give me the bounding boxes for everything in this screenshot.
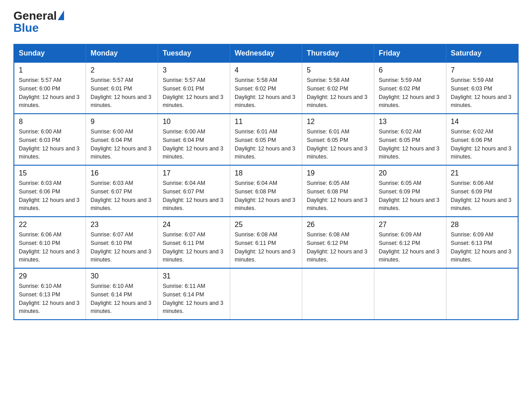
calendar-cell: 24 Sunrise: 6:07 AM Sunset: 6:11 PM Dayl… — [158, 217, 230, 268]
day-number: 3 — [163, 66, 225, 74]
page-header: General Blue — [13, 9, 519, 35]
day-info: Sunrise: 6:08 AM Sunset: 6:12 PM Dayligh… — [307, 231, 369, 264]
day-number: 28 — [451, 221, 513, 229]
col-sunday: Sunday — [14, 44, 86, 62]
calendar-cell — [374, 268, 446, 320]
calendar-cell: 28 Sunrise: 6:09 AM Sunset: 6:13 PM Dayl… — [446, 217, 518, 268]
calendar-header-row: Sunday Monday Tuesday Wednesday Thursday… — [14, 44, 518, 62]
day-info: Sunrise: 6:10 AM Sunset: 6:14 PM Dayligh… — [90, 282, 153, 316]
calendar-cell: 11 Sunrise: 6:01 AM Sunset: 6:05 PM Dayl… — [230, 114, 302, 165]
day-number: 19 — [307, 169, 369, 177]
calendar-cell: 26 Sunrise: 6:08 AM Sunset: 6:12 PM Dayl… — [302, 217, 374, 268]
day-number: 14 — [451, 118, 513, 126]
col-friday: Friday — [374, 44, 446, 62]
day-number: 23 — [90, 221, 153, 229]
day-info: Sunrise: 6:02 AM Sunset: 6:06 PM Dayligh… — [451, 128, 513, 161]
calendar-cell: 8 Sunrise: 6:00 AM Sunset: 6:03 PM Dayli… — [14, 114, 86, 165]
calendar-cell: 23 Sunrise: 6:07 AM Sunset: 6:10 PM Dayl… — [86, 217, 158, 268]
calendar-week-row: 15 Sunrise: 6:03 AM Sunset: 6:06 PM Dayl… — [14, 165, 518, 217]
day-info: Sunrise: 6:04 AM Sunset: 6:07 PM Dayligh… — [163, 179, 225, 213]
calendar-cell: 31 Sunrise: 6:11 AM Sunset: 6:14 PM Dayl… — [158, 268, 230, 320]
day-info: Sunrise: 6:00 AM Sunset: 6:03 PM Dayligh… — [19, 128, 81, 161]
day-number: 4 — [235, 66, 297, 74]
calendar-cell: 2 Sunrise: 5:57 AM Sunset: 6:01 PM Dayli… — [86, 62, 158, 114]
col-thursday: Thursday — [302, 44, 374, 62]
day-info: Sunrise: 6:07 AM Sunset: 6:11 PM Dayligh… — [163, 231, 225, 264]
calendar-cell — [230, 268, 302, 320]
calendar-cell: 21 Sunrise: 6:06 AM Sunset: 6:09 PM Dayl… — [446, 165, 518, 217]
day-number: 5 — [307, 66, 369, 74]
col-tuesday: Tuesday — [158, 44, 230, 62]
calendar-cell — [302, 268, 374, 320]
calendar-cell: 6 Sunrise: 5:59 AM Sunset: 6:02 PM Dayli… — [374, 62, 446, 114]
day-info: Sunrise: 6:09 AM Sunset: 6:13 PM Dayligh… — [451, 231, 513, 264]
day-info: Sunrise: 6:00 AM Sunset: 6:04 PM Dayligh… — [163, 128, 225, 161]
calendar-cell: 15 Sunrise: 6:03 AM Sunset: 6:06 PM Dayl… — [14, 165, 86, 217]
day-info: Sunrise: 6:02 AM Sunset: 6:05 PM Dayligh… — [379, 128, 442, 161]
calendar-cell: 5 Sunrise: 5:58 AM Sunset: 6:02 PM Dayli… — [302, 62, 374, 114]
calendar-week-row: 22 Sunrise: 6:06 AM Sunset: 6:10 PM Dayl… — [14, 217, 518, 268]
calendar-table: Sunday Monday Tuesday Wednesday Thursday… — [13, 44, 519, 320]
calendar-cell: 18 Sunrise: 6:04 AM Sunset: 6:08 PM Dayl… — [230, 165, 302, 217]
day-number: 22 — [19, 221, 81, 229]
day-info: Sunrise: 5:58 AM Sunset: 6:02 PM Dayligh… — [307, 76, 369, 110]
day-number: 16 — [90, 169, 153, 177]
calendar-cell: 3 Sunrise: 5:57 AM Sunset: 6:01 PM Dayli… — [158, 62, 230, 114]
calendar-cell: 16 Sunrise: 6:03 AM Sunset: 6:07 PM Dayl… — [86, 165, 158, 217]
day-info: Sunrise: 6:01 AM Sunset: 6:05 PM Dayligh… — [235, 128, 297, 161]
col-monday: Monday — [86, 44, 158, 62]
calendar-cell: 17 Sunrise: 6:04 AM Sunset: 6:07 PM Dayl… — [158, 165, 230, 217]
logo-blue: Blue — [13, 21, 39, 35]
day-number: 2 — [90, 66, 153, 74]
day-number: 17 — [163, 169, 225, 177]
day-info: Sunrise: 6:11 AM Sunset: 6:14 PM Dayligh… — [163, 282, 225, 316]
col-wednesday: Wednesday — [230, 44, 302, 62]
day-info: Sunrise: 6:10 AM Sunset: 6:13 PM Dayligh… — [19, 282, 81, 316]
calendar-cell: 1 Sunrise: 5:57 AM Sunset: 6:00 PM Dayli… — [14, 62, 86, 114]
calendar-cell: 4 Sunrise: 5:58 AM Sunset: 6:02 PM Dayli… — [230, 62, 302, 114]
day-number: 30 — [90, 272, 153, 280]
calendar-cell: 19 Sunrise: 6:05 AM Sunset: 6:08 PM Dayl… — [302, 165, 374, 217]
day-number: 18 — [235, 169, 297, 177]
day-info: Sunrise: 5:57 AM Sunset: 6:00 PM Dayligh… — [19, 76, 81, 110]
calendar-cell: 13 Sunrise: 6:02 AM Sunset: 6:05 PM Dayl… — [374, 114, 446, 165]
day-info: Sunrise: 6:06 AM Sunset: 6:10 PM Dayligh… — [19, 231, 81, 264]
day-info: Sunrise: 5:59 AM Sunset: 6:02 PM Dayligh… — [379, 76, 442, 110]
calendar-cell: 9 Sunrise: 6:00 AM Sunset: 6:04 PM Dayli… — [86, 114, 158, 165]
day-info: Sunrise: 6:01 AM Sunset: 6:05 PM Dayligh… — [307, 128, 369, 161]
day-info: Sunrise: 5:59 AM Sunset: 6:03 PM Dayligh… — [451, 76, 513, 110]
day-number: 9 — [90, 118, 153, 126]
calendar-cell: 14 Sunrise: 6:02 AM Sunset: 6:06 PM Dayl… — [446, 114, 518, 165]
calendar-cell: 29 Sunrise: 6:10 AM Sunset: 6:13 PM Dayl… — [14, 268, 86, 320]
logo: General Blue — [13, 9, 64, 35]
col-saturday: Saturday — [446, 44, 518, 62]
day-number: 15 — [19, 169, 81, 177]
day-number: 21 — [451, 169, 513, 177]
day-number: 11 — [235, 118, 297, 126]
calendar-cell: 30 Sunrise: 6:10 AM Sunset: 6:14 PM Dayl… — [86, 268, 158, 320]
day-number: 6 — [379, 66, 442, 74]
day-info: Sunrise: 6:05 AM Sunset: 6:09 PM Dayligh… — [379, 179, 442, 213]
day-number: 31 — [163, 272, 225, 280]
calendar-cell: 22 Sunrise: 6:06 AM Sunset: 6:10 PM Dayl… — [14, 217, 86, 268]
day-info: Sunrise: 6:07 AM Sunset: 6:10 PM Dayligh… — [90, 231, 153, 264]
day-info: Sunrise: 6:06 AM Sunset: 6:09 PM Dayligh… — [451, 179, 513, 213]
day-number: 8 — [19, 118, 81, 126]
day-number: 12 — [307, 118, 369, 126]
day-info: Sunrise: 5:58 AM Sunset: 6:02 PM Dayligh… — [235, 76, 297, 110]
day-number: 10 — [163, 118, 225, 126]
day-info: Sunrise: 6:03 AM Sunset: 6:07 PM Dayligh… — [90, 179, 153, 213]
day-number: 13 — [379, 118, 442, 126]
calendar-cell: 20 Sunrise: 6:05 AM Sunset: 6:09 PM Dayl… — [374, 165, 446, 217]
logo-triangle-icon — [58, 10, 64, 20]
day-info: Sunrise: 6:05 AM Sunset: 6:08 PM Dayligh… — [307, 179, 369, 213]
calendar-cell: 12 Sunrise: 6:01 AM Sunset: 6:05 PM Dayl… — [302, 114, 374, 165]
day-info: Sunrise: 6:08 AM Sunset: 6:11 PM Dayligh… — [235, 231, 297, 264]
day-info: Sunrise: 6:03 AM Sunset: 6:06 PM Dayligh… — [19, 179, 81, 213]
day-number: 1 — [19, 66, 81, 74]
day-number: 26 — [307, 221, 369, 229]
day-info: Sunrise: 6:04 AM Sunset: 6:08 PM Dayligh… — [235, 179, 297, 213]
day-info: Sunrise: 5:57 AM Sunset: 6:01 PM Dayligh… — [90, 76, 153, 110]
day-number: 7 — [451, 66, 513, 74]
calendar-cell: 25 Sunrise: 6:08 AM Sunset: 6:11 PM Dayl… — [230, 217, 302, 268]
